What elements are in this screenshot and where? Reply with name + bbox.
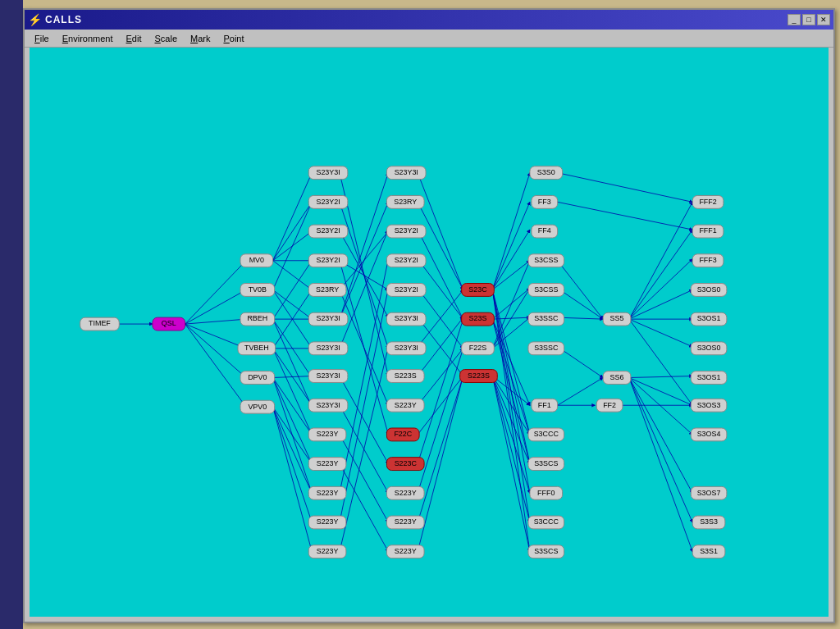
node-ss6[interactable]: SS6	[603, 371, 631, 385]
node-s3css-1[interactable]: S3CSS	[528, 254, 564, 267]
svg-text:S223S: S223S	[395, 371, 417, 380]
node-col3-6[interactable]: S23Y3I	[308, 312, 348, 326]
node-rbeh[interactable]: RBEH	[240, 312, 275, 326]
node-s3os7[interactable]: S3OS7	[691, 486, 727, 499]
node-s3ccc-1[interactable]: S3CCC	[528, 428, 564, 441]
node-col3-2[interactable]: S23Y2I	[308, 195, 348, 208]
node-qsl[interactable]: QSL	[153, 317, 185, 330]
node-col3-14[interactable]: S223Y	[308, 545, 346, 558]
node-tv0b[interactable]: TV0B	[240, 284, 275, 297]
node-s3scs-2[interactable]: S3SCS	[528, 545, 564, 558]
node-col4-13[interactable]: S223Y	[386, 516, 424, 529]
node-col3-3[interactable]: S23Y2I	[308, 225, 348, 238]
svg-text:TV0B: TV0B	[249, 285, 267, 294]
node-col3-10[interactable]: S223Y	[308, 428, 346, 441]
node-f22s[interactable]: F22S	[462, 342, 495, 355]
svg-text:FF2: FF2	[603, 401, 616, 409]
svg-text:S223Y: S223Y	[317, 459, 339, 467]
node-col4-4[interactable]: S23Y2I	[386, 254, 426, 267]
node-s3ccc-2[interactable]: S3CCC	[528, 516, 564, 529]
node-col4-6[interactable]: S23Y3I	[386, 312, 426, 326]
node-fff0[interactable]: FFF0	[530, 486, 563, 499]
node-col4-3[interactable]: S23Y2I	[386, 225, 426, 238]
node-col3-8[interactable]: S23Y3I	[308, 370, 348, 383]
menu-mark[interactable]: Mark	[184, 32, 217, 45]
node-s3s3[interactable]: S3S3	[692, 516, 725, 529]
node-s3os1-1[interactable]: S3OS1	[691, 312, 727, 326]
node-col3-11[interactable]: S223Y	[308, 458, 346, 471]
svg-text:S23Y2I: S23Y2I	[316, 256, 340, 264]
node-s3s1[interactable]: S3S1	[692, 545, 725, 558]
node-col4-2[interactable]: S23RY	[386, 195, 424, 208]
menu-edit[interactable]: Edit	[120, 32, 148, 45]
node-s3scs-1[interactable]: S3SCS	[528, 458, 564, 471]
svg-line-44	[340, 464, 388, 552]
node-dpv0[interactable]: DPV0	[240, 371, 275, 385]
node-col4-5[interactable]: S23Y2I	[386, 284, 426, 297]
node-s23s[interactable]: S23S	[462, 312, 495, 326]
menu-scale[interactable]: Scale	[148, 32, 184, 45]
node-s23c[interactable]: S23C	[462, 284, 495, 297]
svg-text:FF3: FF3	[538, 198, 551, 206]
node-col4-7[interactable]: S23Y3I	[386, 342, 426, 355]
node-s223s[interactable]: S223S	[460, 370, 498, 383]
node-col3-5[interactable]: S23RY	[308, 284, 346, 297]
node-fff1[interactable]: FFF1	[692, 225, 724, 238]
node-col3-9[interactable]: S23Y3I	[308, 399, 348, 412]
graph-canvas: TIMEF QSL MV0 TV0B RBEH	[30, 48, 829, 617]
svg-text:S23Y3I: S23Y3I	[395, 344, 418, 352]
node-s3s0[interactable]: S3S0	[530, 166, 563, 180]
svg-line-18	[273, 319, 313, 407]
node-ff4[interactable]: FF4	[532, 225, 558, 238]
node-col3-1[interactable]: S23Y3I	[308, 166, 348, 180]
node-col3-7[interactable]: S23Y3I	[308, 342, 348, 355]
svg-text:S3SCS: S3SCS	[534, 547, 558, 555]
node-s3os4[interactable]: S3OS4	[691, 428, 727, 441]
node-s3ssc-1[interactable]: S3SSC	[528, 312, 564, 326]
node-ss5[interactable]: SS5	[603, 312, 631, 326]
node-col4-12[interactable]: S223Y	[386, 486, 424, 499]
node-ff3[interactable]: FF3	[532, 195, 558, 208]
close-button[interactable]: ✕	[817, 14, 830, 25]
node-tvbeh[interactable]: TVBEH	[238, 342, 276, 355]
node-ff1[interactable]: FF1	[532, 399, 558, 412]
svg-text:S23RY: S23RY	[394, 198, 417, 206]
node-col3-13[interactable]: S223Y	[308, 516, 346, 529]
svg-line-4	[185, 324, 246, 377]
node-col3-4[interactable]: S23Y2I	[308, 254, 348, 267]
node-fff3[interactable]: FFF3	[692, 254, 724, 267]
svg-text:S3OS1: S3OS1	[697, 314, 721, 322]
svg-line-77	[492, 288, 530, 348]
maximize-button[interactable]: □	[802, 14, 815, 25]
node-ff2[interactable]: FF2	[596, 399, 623, 412]
svg-line-43	[340, 435, 388, 522]
minimize-button[interactable]: _	[788, 14, 801, 25]
svg-line-102	[629, 378, 692, 552]
svg-line-65	[492, 261, 530, 290]
menu-environment[interactable]: Environment	[56, 32, 120, 45]
node-s3ssc-2[interactable]: S3SSC	[528, 342, 564, 355]
svg-line-64	[492, 230, 530, 289]
node-col4-9[interactable]: S223Y	[386, 399, 424, 412]
node-s3css-2[interactable]: S3CSS	[528, 284, 564, 297]
node-timef[interactable]: TIMEF	[80, 317, 120, 330]
node-s3os0-2[interactable]: S3OS0	[691, 342, 727, 355]
svg-line-76	[492, 261, 530, 349]
node-col4-1[interactable]: S23Y3I	[386, 166, 426, 180]
svg-text:S3CSS: S3CSS	[534, 285, 558, 294]
node-s3os1-2[interactable]: S3OS1	[691, 371, 727, 385]
node-col4-10[interactable]: F22C	[386, 428, 419, 441]
node-vpv0[interactable]: VPV0	[240, 400, 275, 413]
node-s3os3[interactable]: S3OS3	[691, 399, 727, 412]
node-col3-12[interactable]: S223Y	[308, 486, 346, 499]
node-col4-8[interactable]: S223S	[386, 370, 424, 383]
title-bar: ⚡ CALLS _ □ ✕	[25, 10, 833, 30]
node-col4-14[interactable]: S223Y	[386, 545, 424, 558]
node-s3os0-1[interactable]: S3OS0	[691, 284, 727, 297]
menu-point[interactable]: Point	[217, 32, 250, 45]
node-col4-11[interactable]: S223C	[386, 458, 424, 471]
menu-file[interactable]: File	[28, 32, 56, 45]
svg-text:SS6: SS6	[610, 373, 624, 381]
node-mv0[interactable]: MV0	[240, 254, 273, 267]
node-fff2[interactable]: FFF2	[692, 195, 724, 208]
